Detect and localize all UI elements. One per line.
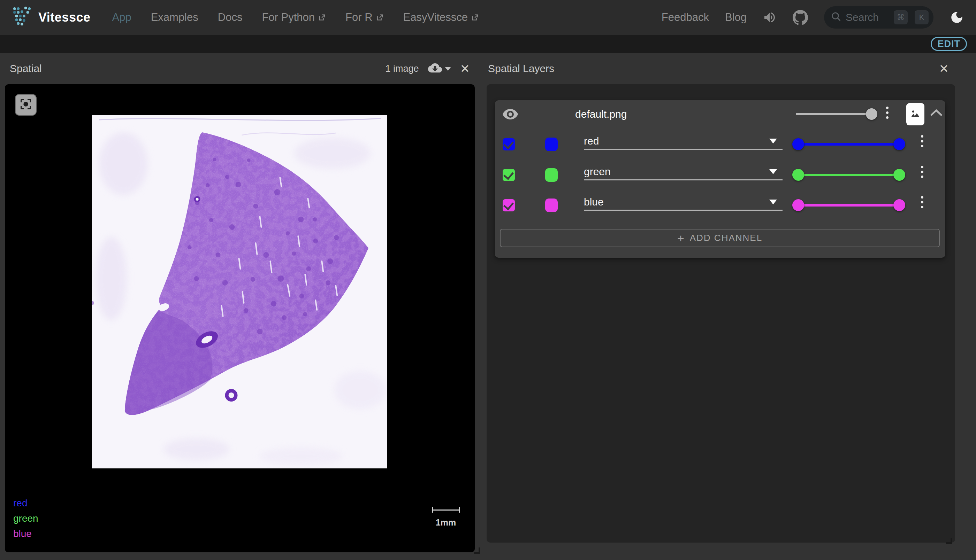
- layers-resize-handle[interactable]: [946, 538, 952, 544]
- vitessce-logo-icon: [12, 7, 32, 28]
- channel-name: blue: [584, 196, 604, 208]
- legend-blue-label: blue: [13, 529, 38, 539]
- layer-header: default.png: [495, 100, 945, 128]
- channel-range-slider[interactable]: [794, 138, 904, 150]
- nav-link-feedback[interactable]: Feedback: [662, 11, 709, 24]
- nav-link-for-python[interactable]: For Python: [262, 11, 326, 24]
- range-handle-min[interactable]: [792, 138, 804, 150]
- visibility-icon[interactable]: [502, 108, 519, 122]
- layer-card: default.png: [495, 100, 945, 258]
- nav-link-blog[interactable]: Blog: [725, 11, 747, 24]
- layers-title: Spatial Layers: [488, 63, 554, 75]
- cmd-key-badge: ⌘: [894, 10, 907, 24]
- scale-bar: 1mm: [432, 507, 460, 528]
- close-icon[interactable]: ✕: [460, 63, 470, 75]
- nav-link-easyvitessce[interactable]: EasyVitessce: [403, 11, 479, 24]
- layer-type-button[interactable]: [906, 103, 924, 125]
- search-input[interactable]: [846, 12, 889, 23]
- nav-link-for-r[interactable]: For R: [346, 11, 384, 24]
- k-key-badge: K: [915, 10, 929, 24]
- navbar: Vitessce App Examples Docs For Python Fo…: [0, 0, 976, 35]
- download-cloud-icon: [428, 61, 442, 76]
- spatial-title: Spatial: [10, 63, 42, 75]
- recenter-icon: [19, 97, 33, 112]
- external-link-icon: [318, 13, 326, 21]
- layer-kebab-menu-icon[interactable]: [886, 107, 889, 119]
- plus-icon: +: [677, 232, 685, 244]
- channel-color-swatch[interactable]: [545, 138, 558, 151]
- edit-button[interactable]: EDIT: [931, 37, 967, 51]
- scale-bar-line: [432, 507, 460, 513]
- chevron-down-icon: [445, 67, 451, 71]
- channel-legend: red green blue: [13, 498, 38, 539]
- channel-select[interactable]: blue: [584, 194, 782, 211]
- channel-row-blue: blue: [495, 190, 945, 220]
- opacity-slider[interactable]: [796, 113, 872, 115]
- external-link-icon: [376, 13, 384, 21]
- channel-color-swatch[interactable]: [545, 168, 558, 182]
- image-count-label: 1 image: [385, 63, 419, 74]
- channel-row-red: red: [495, 129, 945, 160]
- photo-icon: [908, 107, 923, 122]
- brand[interactable]: Vitessce: [12, 7, 90, 28]
- channel-kebab-menu-icon[interactable]: [921, 196, 923, 208]
- search-box[interactable]: ⌘ K: [824, 6, 934, 28]
- spatial-view[interactable]: red green blue 1mm: [5, 84, 475, 552]
- announcement-icon[interactable]: [763, 10, 777, 24]
- channel-checkbox[interactable]: [503, 169, 515, 181]
- spatial-layers-panel: Spatial Layers ✕ default.png: [486, 53, 955, 543]
- layers-body: default.png: [486, 84, 955, 543]
- layer-name: default.png: [575, 108, 627, 120]
- spatial-resize-handle[interactable]: [474, 547, 480, 554]
- tissue-image: [92, 115, 387, 468]
- scale-bar-label: 1mm: [432, 518, 460, 528]
- close-icon[interactable]: ✕: [939, 63, 949, 75]
- dropdown-arrow-icon: [769, 138, 777, 143]
- nav-links: App Examples Docs For Python For R: [112, 11, 479, 24]
- channel-name: green: [584, 166, 611, 178]
- external-link-icon: [471, 13, 479, 21]
- legend-red-label: red: [13, 498, 38, 508]
- recenter-button[interactable]: [15, 94, 37, 116]
- channel-color-swatch[interactable]: [545, 198, 558, 212]
- channel-select[interactable]: red: [584, 133, 782, 150]
- channel-checkbox[interactable]: [503, 138, 515, 150]
- brand-name: Vitessce: [38, 10, 90, 25]
- add-channel-button[interactable]: + ADD CHANNEL: [500, 229, 940, 247]
- nav-link-app[interactable]: App: [112, 11, 131, 24]
- dropdown-arrow-icon: [769, 169, 777, 174]
- nav-link-docs[interactable]: Docs: [218, 11, 242, 24]
- range-handle-max[interactable]: [893, 169, 905, 181]
- nav-link-examples[interactable]: Examples: [151, 11, 198, 24]
- navbar-right: Feedback Blog ⌘ K: [662, 6, 964, 28]
- dropdown-arrow-icon: [769, 200, 777, 205]
- spatial-panel: Spatial 1 image ✕: [5, 53, 475, 552]
- collapse-icon[interactable]: [930, 109, 943, 118]
- range-handle-max[interactable]: [893, 199, 905, 211]
- layers-titlebar: Spatial Layers ✕: [486, 53, 955, 84]
- range-handle-min[interactable]: [792, 199, 804, 211]
- toolbar-strip: EDIT: [0, 35, 976, 53]
- search-icon: [831, 12, 841, 23]
- channel-kebab-menu-icon[interactable]: [921, 135, 923, 147]
- github-icon[interactable]: [793, 10, 808, 25]
- channel-row-green: green: [495, 160, 945, 190]
- channel-select[interactable]: green: [584, 164, 782, 180]
- vitessce-app: Vitessce App Examples Docs For Python Fo…: [0, 0, 976, 560]
- download-menu-button[interactable]: [428, 61, 451, 76]
- channel-kebab-menu-icon[interactable]: [921, 166, 923, 178]
- dark-mode-icon[interactable]: [949, 10, 964, 25]
- channel-range-slider[interactable]: [794, 169, 904, 181]
- range-handle-min[interactable]: [792, 169, 804, 181]
- channel-range-slider[interactable]: [794, 199, 904, 211]
- channel-name: red: [584, 135, 599, 147]
- opacity-slider-handle[interactable]: [866, 108, 877, 120]
- spatial-titlebar: Spatial 1 image ✕: [5, 53, 475, 84]
- range-handle-max[interactable]: [893, 138, 905, 150]
- legend-green-label: green: [13, 513, 38, 524]
- channel-checkbox[interactable]: [503, 199, 515, 212]
